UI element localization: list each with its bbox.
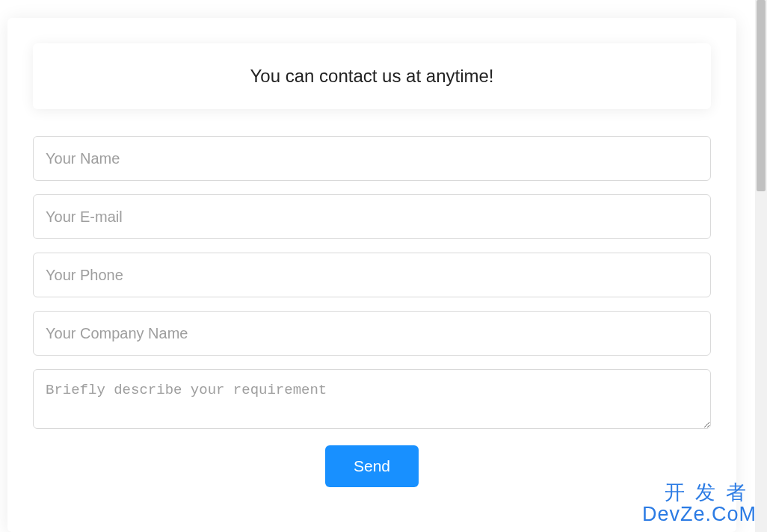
form-heading: You can contact us at anytime! (40, 66, 703, 87)
message-textarea[interactable] (33, 369, 711, 429)
name-input[interactable] (33, 136, 711, 181)
send-button[interactable]: Send (325, 445, 419, 487)
company-input[interactable] (33, 311, 711, 356)
page-wrap: You can contact us at anytime! Send 开发者 … (0, 0, 767, 532)
vertical-scrollbar[interactable] (755, 0, 767, 532)
scrollbar-thumb[interactable] (757, 0, 766, 191)
form-header: You can contact us at anytime! (33, 43, 711, 109)
phone-input[interactable] (33, 253, 711, 297)
contact-card: You can contact us at anytime! Send (7, 18, 736, 532)
submit-row: Send (33, 445, 711, 487)
email-input[interactable] (33, 194, 711, 239)
